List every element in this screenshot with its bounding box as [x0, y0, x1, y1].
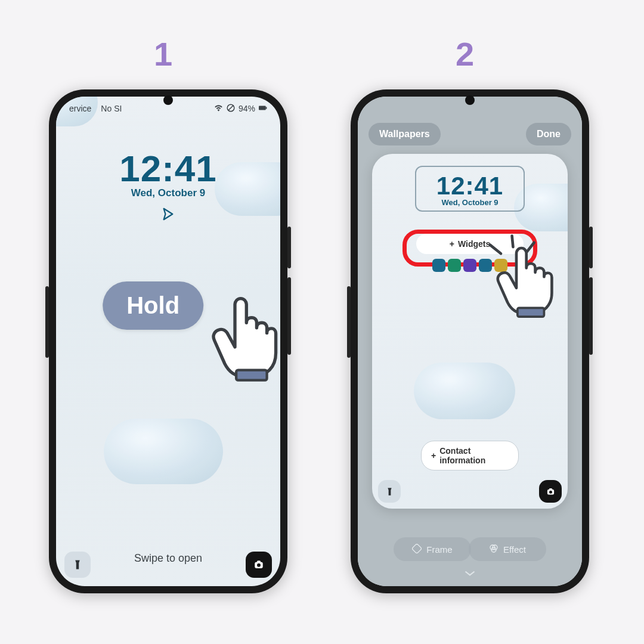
shortcut-icon	[463, 259, 476, 272]
svg-rect-7	[236, 370, 267, 380]
wifi-icon	[214, 104, 223, 113]
effect-label: Effect	[503, 544, 526, 555]
done-button[interactable]: Done	[526, 123, 571, 145]
phone-step-1: ervice No SI 94% 12:41	[49, 89, 287, 593]
front-camera	[465, 95, 475, 105]
frame-icon	[412, 544, 422, 555]
cloud-decoration	[104, 419, 223, 484]
phone-side-button	[45, 286, 49, 358]
svg-point-9	[549, 490, 552, 493]
step-number-1: 1	[154, 35, 172, 73]
phone-step-2: Wallpapers Done 12:41 Wed, October 9 + W…	[351, 89, 589, 593]
effect-button[interactable]: Effect	[469, 537, 546, 561]
svg-point-5	[257, 564, 261, 567]
battery-text: 94%	[239, 104, 255, 113]
carrier-text: ervice	[69, 104, 91, 113]
lock-clock-block: 12:41 Wed, October 9	[56, 147, 280, 223]
hold-label: Hold	[103, 281, 203, 330]
phone-power-button	[287, 227, 291, 268]
plus-icon: +	[431, 451, 436, 460]
svg-rect-2	[259, 106, 266, 110]
svg-line-11	[490, 244, 501, 253]
preview-clock: 12:41	[416, 172, 524, 200]
clock-widget-card[interactable]: 12:41 Wed, October 9	[415, 166, 525, 212]
svg-rect-3	[266, 107, 267, 109]
lock-date: Wed, October 9	[56, 187, 280, 199]
front-camera	[163, 95, 173, 105]
preview-date: Wed, October 9	[416, 198, 524, 207]
contact-info-label: Contact information	[439, 446, 509, 465]
wallpapers-button[interactable]: Wallpapers	[369, 123, 441, 145]
shortcut-icon	[432, 259, 445, 272]
phone-volume-button	[589, 277, 593, 355]
sim-text: No SI	[101, 104, 122, 113]
frame-button[interactable]: Frame	[394, 537, 471, 561]
hand-cursor-icon	[485, 234, 557, 306]
flashlight-button[interactable]	[378, 480, 401, 503]
svg-rect-10	[549, 488, 552, 490]
hand-cursor-icon	[205, 293, 277, 365]
phone-side-button	[347, 286, 351, 358]
chevron-down-icon[interactable]	[464, 568, 476, 580]
svg-rect-14	[518, 308, 544, 317]
lock-screen-preview[interactable]: 12:41 Wed, October 9 + Widgets +	[372, 154, 568, 509]
lock-screen[interactable]: ervice No SI 94% 12:41	[56, 97, 280, 586]
no-sign-icon	[227, 104, 235, 114]
camera-button[interactable]	[246, 552, 272, 578]
edit-lock-screen: Wallpapers Done 12:41 Wed, October 9 + W…	[358, 97, 582, 586]
phone-volume-button	[287, 277, 291, 355]
cloud-decoration	[414, 363, 515, 419]
flashlight-button[interactable]	[64, 552, 91, 578]
effect-icon	[489, 544, 499, 555]
battery-icon	[259, 104, 267, 114]
svg-line-12	[512, 236, 513, 247]
frame-label: Frame	[426, 544, 452, 555]
camera-button[interactable]	[539, 480, 562, 503]
phone-power-button	[589, 227, 593, 268]
svg-line-1	[228, 105, 233, 110]
shortcut-icon	[448, 259, 461, 272]
svg-line-13	[527, 243, 534, 253]
step-number-2: 2	[456, 35, 474, 73]
svg-rect-6	[257, 561, 261, 563]
add-contact-info-button[interactable]: + Contact information	[421, 441, 519, 470]
lock-clock: 12:41	[56, 147, 280, 190]
svg-rect-15	[412, 544, 422, 553]
play-icon	[56, 208, 280, 223]
